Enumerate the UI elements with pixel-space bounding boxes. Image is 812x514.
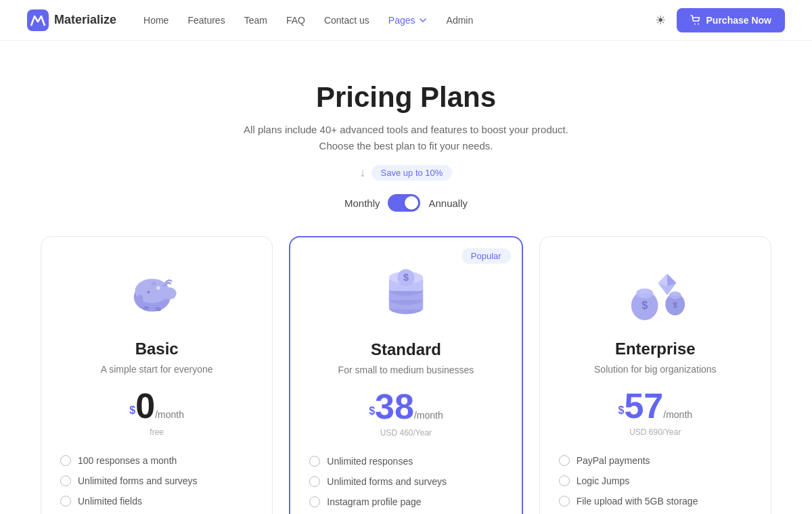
nav-pages[interactable]: Pages xyxy=(388,15,428,26)
logo-icon xyxy=(27,9,49,31)
piggy-bank-icon xyxy=(127,262,187,323)
toggle-annually-label: Annually xyxy=(428,197,468,209)
coins-icon: $ xyxy=(376,262,436,323)
basic-price-sub: free xyxy=(60,427,253,437)
basic-icon-area xyxy=(60,258,253,326)
list-item: Basic form creation tools xyxy=(60,511,253,514)
feature-check-icon xyxy=(309,496,320,507)
nav-links: Home Features Team FAQ Contact us Pages … xyxy=(143,15,654,26)
feature-check-icon xyxy=(559,496,570,507)
toggle-thumb xyxy=(405,196,418,210)
standard-features: Unlimited responses Unlimited forms and … xyxy=(309,451,502,514)
basic-price: $0/month xyxy=(60,388,253,423)
plan-standard-card: Popular $ Standard For small to medi xyxy=(289,236,522,514)
list-item: Unlimited forms and surveys xyxy=(60,471,253,491)
pricing-subtitle: All plans include 40+ advanced tools and… xyxy=(27,122,785,154)
nav-admin[interactable]: Admin xyxy=(447,15,474,26)
svg-text:$: $ xyxy=(673,300,678,309)
standard-plan-name: Standard xyxy=(309,340,502,359)
basic-features: 100 responses a month Unlimited forms an… xyxy=(60,450,253,514)
list-item: Instagram profile page xyxy=(309,492,502,512)
theme-toggle-icon[interactable]: ☀ xyxy=(655,13,666,28)
enterprise-price: $57/month xyxy=(559,388,752,423)
feature-check-icon xyxy=(309,456,320,467)
standard-icon-area: $ xyxy=(309,259,502,327)
standard-price-period: /month xyxy=(414,410,443,421)
save-badge: Save up to 10% xyxy=(371,165,453,181)
standard-plan-desc: For small to medium businesses xyxy=(309,365,502,375)
feature-check-icon xyxy=(60,455,71,466)
enterprise-price-number: 57 xyxy=(624,386,663,425)
nav-right: ☀ Purchase Now xyxy=(655,8,785,32)
feature-check-icon xyxy=(60,475,71,486)
cart-icon xyxy=(690,15,701,26)
list-item: Unlimited fields xyxy=(60,491,253,511)
plan-enterprise-card: $ $ Enterprise Solution for big organiza… xyxy=(539,236,771,514)
pricing-header: Pricing Plans All plans include 40+ adva… xyxy=(27,81,785,212)
svg-point-6 xyxy=(156,286,160,289)
nav-home[interactable]: Home xyxy=(143,15,168,26)
list-item: Unlimited responses xyxy=(309,451,502,471)
arrow-down-icon: ↓ xyxy=(360,166,366,180)
enterprise-icon: $ $ xyxy=(621,262,689,323)
pricing-cards: Basic A simple start for everyone $0/mon… xyxy=(41,236,771,514)
svg-text:$: $ xyxy=(642,299,648,311)
save-badge-row: ↓ Save up to 10% xyxy=(27,165,785,181)
enterprise-icon-area: $ $ xyxy=(559,258,752,326)
navbar: Materialize Home Features Team FAQ Conta… xyxy=(0,0,812,41)
list-item: Custom domain support xyxy=(559,511,752,514)
billing-toggle[interactable] xyxy=(388,194,420,212)
feature-check-icon xyxy=(559,475,570,486)
basic-plan-desc: A simple start for everyone xyxy=(60,364,253,375)
logo-text: Materialize xyxy=(54,13,116,27)
toggle-monthly-label: Monthly xyxy=(344,197,380,209)
feature-check-icon xyxy=(60,496,71,507)
enterprise-price-period: /month xyxy=(663,409,692,420)
billing-toggle-row: Monthly Annually xyxy=(27,194,785,212)
list-item: File upload with 5GB storage xyxy=(559,491,752,511)
list-item: 100 responses a month xyxy=(60,450,253,471)
list-item: Unlimited forms and surveys xyxy=(309,471,502,492)
standard-price-number: 38 xyxy=(375,387,414,426)
svg-text:$: $ xyxy=(403,272,409,283)
plan-basic-card: Basic A simple start for everyone $0/mon… xyxy=(41,236,273,514)
logo[interactable]: Materialize xyxy=(27,9,116,31)
nav-contact[interactable]: Contact us xyxy=(324,15,369,26)
main-content: Pricing Plans All plans include 40+ adva… xyxy=(0,41,812,514)
standard-price-sub: USD 460/Year xyxy=(309,428,502,438)
popular-badge: Popular xyxy=(461,248,511,264)
enterprise-features: PayPal payments Logic Jumps File upload … xyxy=(559,450,752,514)
enterprise-plan-name: Enterprise xyxy=(559,340,752,358)
purchase-button[interactable]: Purchase Now xyxy=(677,8,785,32)
enterprise-price-sub: USD 690/Year xyxy=(559,427,752,437)
feature-check-icon xyxy=(559,455,570,466)
basic-price-number: 0 xyxy=(135,386,155,425)
svg-point-10 xyxy=(147,291,150,294)
basic-price-period: /month xyxy=(155,409,184,420)
nav-features[interactable]: Features xyxy=(187,15,225,26)
chevron-down-icon xyxy=(418,16,428,25)
svg-point-7 xyxy=(137,295,143,304)
enterprise-plan-desc: Solution for big organizations xyxy=(559,364,752,375)
list-item: PayPal payments xyxy=(559,450,752,471)
feature-check-icon xyxy=(309,476,320,487)
standard-price: $38/month xyxy=(309,389,502,424)
basic-plan-name: Basic xyxy=(60,340,253,358)
nav-team[interactable]: Team xyxy=(244,15,267,26)
nav-faq[interactable]: FAQ xyxy=(286,15,305,26)
svg-point-1 xyxy=(694,23,696,24)
list-item: Logic Jumps xyxy=(559,471,752,491)
pricing-title: Pricing Plans xyxy=(27,81,785,114)
svg-point-2 xyxy=(698,23,699,24)
